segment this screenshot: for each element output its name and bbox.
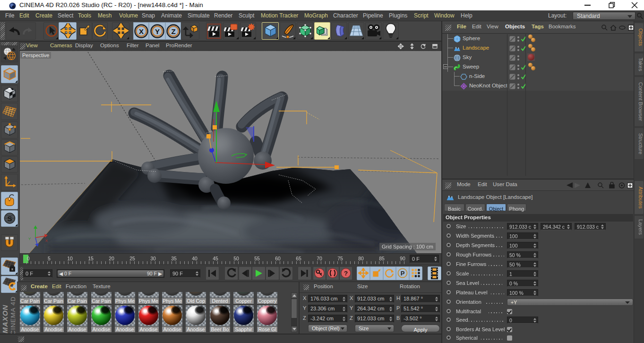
svg-text:P: P: [401, 270, 405, 277]
svg-text:Y: Y: [155, 27, 160, 35]
svg-text:Y: Y: [28, 237, 31, 241]
svg-text:S: S: [7, 214, 12, 223]
svg-text:X: X: [45, 239, 48, 243]
svg-text:?: ?: [344, 270, 348, 277]
svg-text:X: X: [139, 27, 144, 35]
svg-text:Z: Z: [171, 27, 175, 35]
